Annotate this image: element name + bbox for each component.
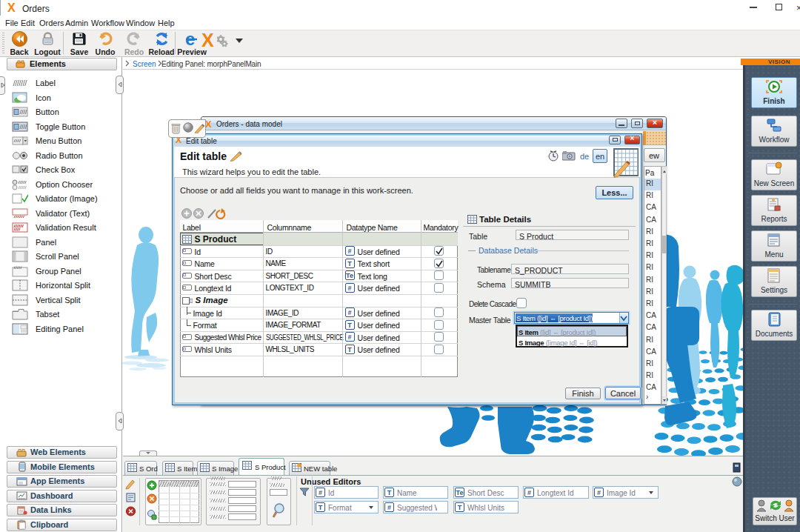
svg-text:X: X <box>201 31 214 49</box>
